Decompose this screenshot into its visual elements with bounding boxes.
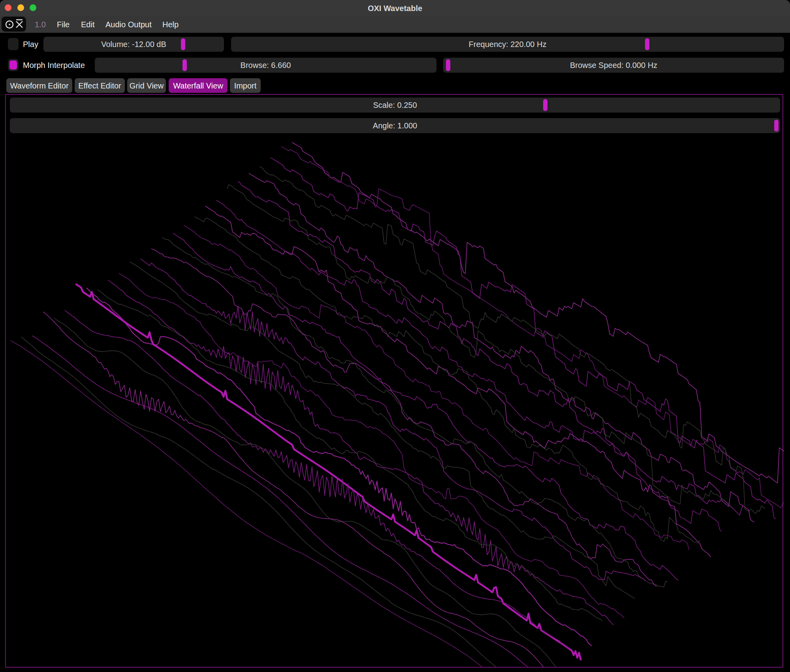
version-label: 1.0 — [35, 16, 46, 33]
morph-interpolate-checkbox[interactable] — [8, 59, 19, 71]
browse-speed-slider[interactable]: Browse Speed: 0.000 Hz — [443, 58, 784, 73]
app-window: OXI Wavetable 1.0 File Edit Audio Output… — [0, 0, 790, 672]
play-checkbox[interactable] — [8, 38, 19, 50]
volume-slider-label: Volume: -12.00 dB — [43, 37, 224, 52]
waterfall-canvas[interactable] — [6, 134, 784, 667]
browse-slider-handle[interactable] — [182, 59, 187, 71]
volume-slider-handle[interactable] — [181, 38, 185, 50]
browse-speed-slider-label: Browse Speed: 0.000 Hz — [443, 58, 784, 73]
oxi-logo-icon — [2, 17, 26, 32]
morph-interpolate-checkmark — [9, 60, 17, 70]
menu-help[interactable]: Help — [162, 16, 179, 33]
morph-interpolate-label: Morph Interpolate — [23, 58, 85, 73]
tab-waterfall-view[interactable]: Waterfall View — [169, 78, 228, 93]
menu-file[interactable]: File — [57, 16, 70, 33]
volume-slider[interactable]: Volume: -12.00 dB — [43, 37, 224, 52]
frequency-slider[interactable]: Frequency: 220.00 Hz — [231, 37, 784, 52]
menu-bar: 1.0 File Edit Audio Output Help — [0, 16, 790, 33]
tab-grid-view[interactable]: Grid View — [127, 78, 166, 93]
menu-audio-output[interactable]: Audio Output — [105, 16, 152, 33]
frequency-slider-label: Frequency: 220.00 Hz — [231, 37, 784, 52]
browse-slider[interactable]: Browse: 6.660 — [95, 58, 436, 73]
browse-speed-slider-handle[interactable] — [446, 59, 450, 71]
angle-slider[interactable]: Angle: 1.000 — [10, 118, 780, 133]
tab-import[interactable]: Import — [230, 78, 261, 93]
title-bar: OXI Wavetable — [0, 0, 790, 16]
angle-slider-label: Angle: 1.000 — [10, 118, 780, 133]
angle-slider-handle[interactable] — [774, 120, 779, 132]
scale-slider-label: Scale: 0.250 — [10, 98, 780, 113]
tab-waveform-editor[interactable]: Waveform Editor — [6, 78, 72, 93]
browse-slider-label: Browse: 6.660 — [95, 58, 436, 73]
frequency-slider-handle[interactable] — [645, 38, 649, 50]
play-label: Play — [23, 37, 38, 52]
scale-slider-handle[interactable] — [543, 99, 547, 111]
scale-slider[interactable]: Scale: 0.250 — [10, 98, 780, 113]
window-title: OXI Wavetable — [0, 0, 790, 16]
tab-effect-editor[interactable]: Effect Editor — [75, 78, 125, 93]
menu-edit[interactable]: Edit — [81, 16, 94, 33]
